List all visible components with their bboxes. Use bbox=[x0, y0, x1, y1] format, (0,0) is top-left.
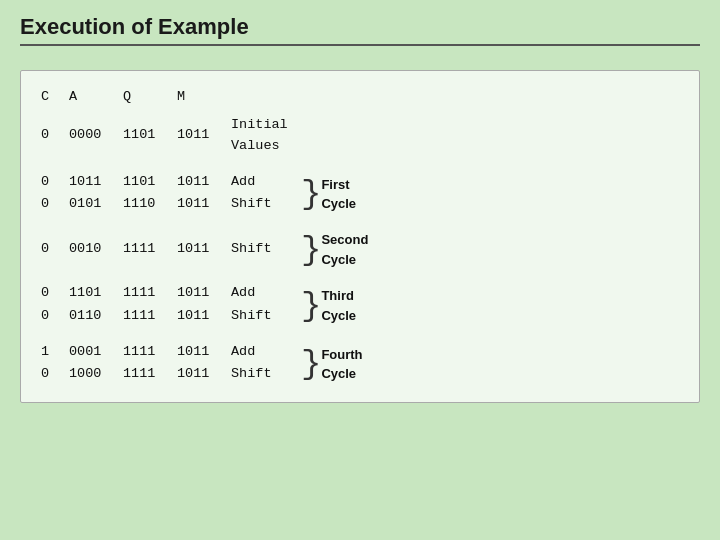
cell-q: 1101 bbox=[123, 172, 177, 192]
cell-q: 1111 bbox=[123, 283, 177, 303]
third-cycle-rows: 0 1101 1111 1011 Add 0 0110 1111 1011 Sh… bbox=[41, 283, 301, 328]
header-divider bbox=[20, 44, 700, 46]
third-cycle-label: Third Cycle bbox=[321, 286, 356, 325]
cell-m: 1011 bbox=[177, 342, 231, 362]
table-row: 0 1101 1111 1011 Add bbox=[41, 283, 301, 303]
cell-c: 1 bbox=[41, 342, 69, 362]
brace-second-cycle: } bbox=[301, 233, 321, 267]
col-header-c: C bbox=[41, 87, 69, 107]
cell-c: 0 bbox=[41, 283, 69, 303]
cell-op: Add bbox=[231, 172, 301, 192]
execution-table: C A Q M 0 0000 1101 1011 Initial Values … bbox=[41, 87, 679, 386]
cell-op: Shift bbox=[231, 306, 301, 326]
cell-m: 1011 bbox=[177, 283, 231, 303]
cell-c: 0 bbox=[41, 172, 69, 192]
table-row: 0 0010 1111 1011 Shift bbox=[41, 239, 301, 259]
table-row: 1 0001 1111 1011 Add bbox=[41, 342, 301, 362]
initial-label: Initial Values bbox=[231, 115, 301, 156]
cell-m: 1011 bbox=[177, 364, 231, 384]
cell-q: 1111 bbox=[123, 306, 177, 326]
cell-a: 0110 bbox=[69, 306, 123, 326]
first-cycle-label: First Cycle bbox=[321, 175, 356, 214]
table-row: 0 1011 1101 1011 Add bbox=[41, 172, 301, 192]
cell-a: 0001 bbox=[69, 342, 123, 362]
brace-third-cycle: } bbox=[301, 289, 321, 323]
cell-m: 1011 bbox=[177, 172, 231, 192]
fourth-cycle-label: Fourth Cycle bbox=[321, 345, 362, 384]
table-row: 0 1000 1111 1011 Shift bbox=[41, 364, 301, 384]
cell-c: 0 bbox=[41, 306, 69, 326]
header: Execution of Example bbox=[0, 0, 720, 54]
initial-values-row: 0 0000 1101 1011 Initial Values bbox=[41, 115, 679, 156]
cell-m: 1011 bbox=[177, 239, 231, 259]
cell-op: Shift bbox=[231, 194, 301, 214]
initial-q: 1101 bbox=[123, 125, 177, 145]
cell-op: Add bbox=[231, 342, 301, 362]
cell-op: Shift bbox=[231, 364, 301, 384]
table-row: 0 0101 1110 1011 Shift bbox=[41, 194, 301, 214]
third-cycle-group: 0 1101 1111 1011 Add 0 0110 1111 1011 Sh… bbox=[41, 283, 679, 328]
second-cycle-label: Second Cycle bbox=[321, 230, 368, 269]
cell-m: 1011 bbox=[177, 306, 231, 326]
col-header-q: Q bbox=[123, 87, 177, 107]
cell-q: 1111 bbox=[123, 239, 177, 259]
initial-m: 1011 bbox=[177, 125, 231, 145]
col-header-a: A bbox=[69, 87, 123, 107]
cell-a: 1000 bbox=[69, 364, 123, 384]
brace-first-cycle: } bbox=[301, 177, 321, 211]
cell-op: Shift bbox=[231, 239, 301, 259]
initial-a: 0000 bbox=[69, 125, 123, 145]
cell-c: 0 bbox=[41, 364, 69, 384]
table-row: 0 0110 1111 1011 Shift bbox=[41, 306, 301, 326]
table-header-row: C A Q M bbox=[41, 87, 679, 107]
cell-a: 1011 bbox=[69, 172, 123, 192]
brace-fourth-cycle: } bbox=[301, 347, 321, 381]
content-area: C A Q M 0 0000 1101 1011 Initial Values … bbox=[20, 70, 700, 403]
cell-q: 1111 bbox=[123, 364, 177, 384]
cell-a: 0101 bbox=[69, 194, 123, 214]
cell-q: 1110 bbox=[123, 194, 177, 214]
first-cycle-rows: 0 1011 1101 1011 Add 0 0101 1110 1011 Sh… bbox=[41, 172, 301, 217]
cell-c: 0 bbox=[41, 194, 69, 214]
first-cycle-group: 0 1011 1101 1011 Add 0 0101 1110 1011 Sh… bbox=[41, 172, 679, 217]
cell-q: 1111 bbox=[123, 342, 177, 362]
cell-a: 1101 bbox=[69, 283, 123, 303]
fourth-cycle-rows: 1 0001 1111 1011 Add 0 1000 1111 1011 Sh… bbox=[41, 342, 301, 387]
cell-m: 1011 bbox=[177, 194, 231, 214]
col-header-m: M bbox=[177, 87, 231, 107]
second-cycle-group: 0 0010 1111 1011 Shift } Second Cycle bbox=[41, 230, 679, 269]
second-cycle-rows: 0 0010 1111 1011 Shift bbox=[41, 239, 301, 261]
fourth-cycle-group: 1 0001 1111 1011 Add 0 1000 1111 1011 Sh… bbox=[41, 342, 679, 387]
cell-a: 0010 bbox=[69, 239, 123, 259]
page-title: Execution of Example bbox=[20, 14, 700, 40]
initial-c: 0 bbox=[41, 125, 69, 145]
cell-c: 0 bbox=[41, 239, 69, 259]
cell-op: Add bbox=[231, 283, 301, 303]
